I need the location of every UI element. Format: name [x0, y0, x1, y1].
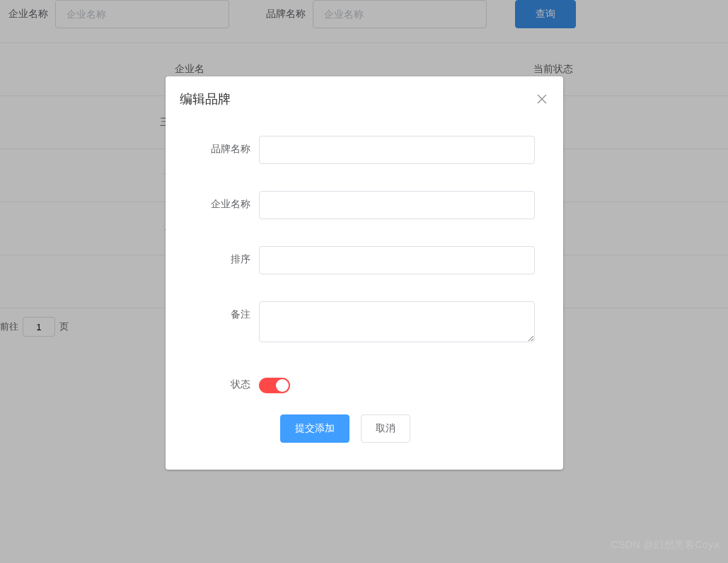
watermark: CSDN @幻想黑客Coya [611, 539, 720, 552]
dialog-title: 编辑品牌 [180, 91, 231, 108]
sort-input[interactable] [259, 246, 535, 274]
dialog-footer: 提交添加 取消 [187, 414, 535, 443]
submit-button[interactable]: 提交添加 [280, 414, 349, 443]
remark-label: 备注 [187, 301, 250, 321]
status-switch[interactable] [259, 378, 290, 393]
brand-label: 品牌名称 [187, 136, 250, 156]
form-row-status: 状态 [187, 371, 535, 393]
close-icon[interactable] [535, 92, 549, 106]
status-label: 状态 [187, 371, 250, 391]
dialog-body: 品牌名称 企业名称 排序 备注 状态 提交添加 取消 [166, 115, 563, 450]
cancel-button[interactable]: 取消 [361, 414, 410, 443]
edit-brand-dialog: 编辑品牌 品牌名称 企业名称 排序 备注 状态 提交添加 [166, 76, 563, 470]
form-row-remark: 备注 [187, 301, 535, 344]
dialog-header: 编辑品牌 [166, 76, 563, 115]
brand-name-input[interactable] [259, 136, 535, 164]
remark-textarea[interactable] [259, 301, 535, 342]
form-row-brand: 品牌名称 [187, 136, 535, 164]
form-row-sort: 排序 [187, 246, 535, 274]
form-row-company: 企业名称 [187, 191, 535, 219]
sort-label: 排序 [187, 246, 250, 266]
company-label: 企业名称 [187, 191, 250, 211]
company-name-input[interactable] [259, 191, 535, 219]
